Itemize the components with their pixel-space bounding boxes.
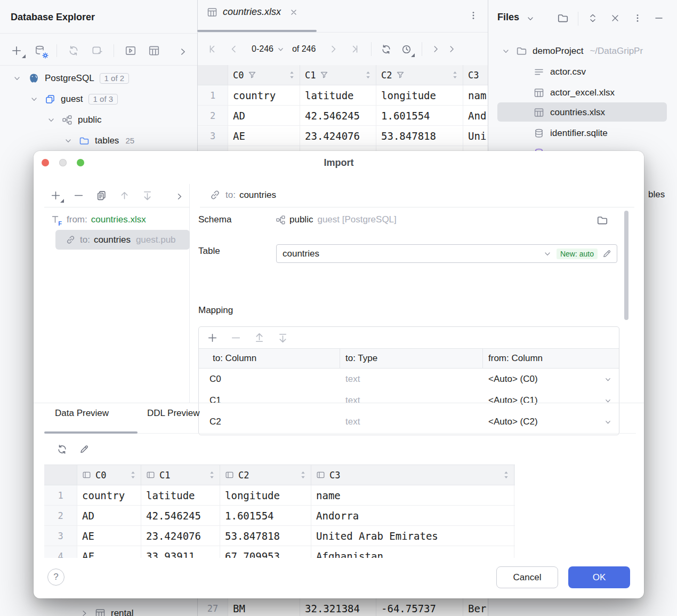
sources-more-button[interactable] — [172, 189, 186, 203]
sort-icon[interactable] — [365, 71, 371, 79]
previous-page-button[interactable] — [227, 42, 241, 56]
cancel-button[interactable]: Cancel — [496, 566, 558, 588]
expand-all-button[interactable] — [586, 11, 600, 25]
mapping-from-column[interactable]: <Auto> (C2) — [483, 417, 604, 427]
table-row[interactable]: 4 AF 33.93911 67.709953 Afghanistan — [44, 546, 515, 558]
choose-schema-button[interactable] — [595, 213, 609, 227]
column-header-c0[interactable]: C0 — [228, 65, 300, 85]
chevron-right-icon[interactable] — [80, 609, 88, 616]
grid-cell[interactable]: 53.847818 — [220, 526, 311, 546]
grid-cell[interactable]: Uni — [463, 126, 488, 146]
grid-cell[interactable]: -64.75737 — [376, 598, 463, 616]
duplicate-source-button[interactable] — [94, 188, 108, 202]
grid-cell[interactable]: 67.709953 — [220, 546, 311, 558]
chevron-down-icon[interactable] — [277, 45, 285, 53]
history-button[interactable] — [399, 42, 413, 56]
filter-icon[interactable] — [320, 71, 328, 79]
grid-cell[interactable]: AF — [228, 146, 300, 151]
explorer-toolbar-more-button[interactable] — [176, 45, 190, 59]
sort-icon[interactable] — [300, 471, 306, 479]
preview-data-grid[interactable]: C0 C1 C2 C3 — [44, 465, 515, 558]
chevron-down-icon[interactable] — [604, 375, 612, 383]
filter-icon[interactable] — [248, 71, 256, 79]
sort-icon[interactable] — [452, 71, 458, 79]
mapping-move-up-button[interactable] — [252, 331, 266, 345]
filter-icon[interactable] — [397, 71, 404, 79]
grid-cell[interactable]: nam — [463, 85, 488, 105]
mapping-add-button[interactable] — [205, 331, 219, 345]
select-opened-file-button[interactable] — [556, 11, 570, 25]
mapping-from-column[interactable]: <Auto> (C0) — [483, 374, 604, 385]
column-header-c3[interactable]: C3 — [463, 65, 488, 85]
mapping-header-to-type[interactable]: to: Type — [340, 349, 483, 368]
grid-cell[interactable]: And — [463, 106, 488, 125]
mapping-row[interactable]: C1 text <Auto> (C1) — [199, 390, 619, 411]
grid-cell[interactable]: United Arab Emirates — [311, 526, 514, 546]
tab-data-preview[interactable]: Data Preview — [55, 408, 109, 419]
disconnect-button[interactable] — [90, 44, 104, 58]
grid-cell[interactable]: 42.546245 — [141, 506, 220, 525]
chevron-down-icon[interactable] — [64, 137, 72, 145]
grid-cell[interactable]: 1.601554 — [376, 106, 463, 125]
files-more-button[interactable] — [631, 11, 644, 25]
expand-toolbar-button[interactable] — [429, 42, 442, 56]
grid-cell[interactable]: BM — [228, 598, 300, 616]
reload-data-button[interactable] — [379, 42, 393, 56]
column-header-c3[interactable]: C3 — [311, 465, 514, 485]
mapping-to-column[interactable]: C0 — [199, 374, 340, 385]
mapping-row[interactable]: C0 text <Auto> (C0) — [199, 369, 619, 390]
grid-cell[interactable]: 33.93911 — [141, 546, 220, 558]
column-header-c0[interactable]: C0 — [77, 465, 141, 485]
file-item-identifier-sqlite[interactable]: identifier.sqlite — [488, 123, 677, 143]
grid-cell[interactable]: 33.93911 — [300, 146, 376, 151]
grid-cell[interactable]: 32.321384 — [300, 598, 376, 616]
last-page-button[interactable] — [348, 42, 361, 56]
column-header-c2[interactable]: C2 — [376, 65, 463, 85]
move-up-button[interactable] — [117, 188, 131, 202]
preview-refresh-button[interactable] — [55, 442, 69, 456]
chevron-down-icon[interactable] — [604, 418, 612, 426]
grid-cell[interactable]: longitude — [376, 85, 463, 105]
grid-cell[interactable]: 23.424076 — [300, 126, 376, 146]
first-page-button[interactable] — [206, 42, 220, 56]
pencil-icon[interactable] — [602, 249, 612, 259]
schema-value-row[interactable]: public guest [PostgreSQL] — [276, 209, 397, 230]
column-header-c1[interactable]: C1 — [300, 65, 376, 85]
close-icon[interactable] — [289, 8, 298, 17]
mapping-to-type[interactable]: text — [340, 417, 483, 427]
grid-cell[interactable]: AF — [77, 546, 141, 558]
mapping-row[interactable]: C2 text <Auto> (C2) — [199, 411, 619, 433]
collapse-all-button[interactable] — [608, 11, 622, 25]
mapping-move-down-button[interactable] — [276, 331, 289, 345]
file-item-actor-csv[interactable]: actor.csv — [488, 61, 677, 82]
mapping-header-to-column[interactable]: to: Column — [199, 349, 340, 368]
editor-data-grid-bottom[interactable]: 27 BM 32.321384 -64.75737 Ber — [198, 598, 488, 616]
grid-cell[interactable]: Ber — [463, 598, 488, 616]
chevron-down-icon[interactable] — [526, 14, 535, 23]
grid-cell[interactable]: AD — [77, 506, 141, 525]
help-button[interactable]: ? — [47, 569, 65, 586]
column-header-c2[interactable]: C2 — [220, 465, 311, 485]
grid-cell[interactable]: 1.601554 — [220, 506, 311, 525]
chevron-down-icon[interactable] — [30, 95, 38, 103]
grid-cell[interactable]: Andorra — [311, 506, 514, 525]
mapping-to-column[interactable]: C1 — [199, 395, 340, 406]
grid-cell[interactable]: latitude — [300, 85, 376, 105]
chevron-down-icon[interactable] — [13, 74, 21, 83]
grid-cell[interactable]: country — [228, 85, 300, 105]
grid-cell[interactable]: AE — [77, 526, 141, 546]
page-range[interactable]: 0-246 — [252, 44, 273, 54]
editor-data-grid[interactable]: C0 C1 C2 C3 1 country latitude longitud — [198, 65, 488, 151]
tab-ddl-preview[interactable]: DDL Preview — [147, 408, 200, 419]
table-name-input[interactable]: countries New: auto — [276, 244, 617, 263]
mapping-remove-button[interactable] — [229, 331, 243, 345]
add-source-button[interactable] — [49, 188, 62, 202]
table-row[interactable]: 4 AF 33.93911 67.709953 Afg — [198, 146, 488, 151]
table-row[interactable]: 3 AE 23.424076 53.847818 Uni — [198, 126, 488, 146]
grid-cell[interactable]: Afg — [463, 146, 488, 151]
sort-icon[interactable] — [503, 471, 509, 479]
chevron-down-icon[interactable] — [47, 116, 55, 124]
table-row[interactable]: 2 AD 42.546245 1.601554 And — [198, 106, 488, 126]
tree-item-tables[interactable]: tables 25 — [0, 130, 197, 151]
tree-item-postgresql[interactable]: PostgreSQL 1 of 2 — [0, 68, 197, 89]
